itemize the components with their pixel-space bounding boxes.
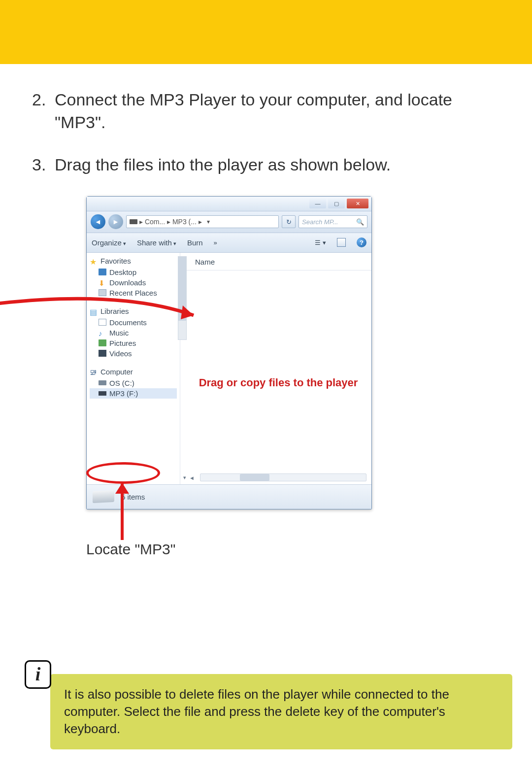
refresh-button[interactable]: ↻ [282, 215, 296, 228]
nav-item-os-c[interactable]: OS (C:) [90, 378, 177, 388]
computer-group[interactable]: 🖳Computer [90, 368, 177, 376]
svg-marker-0 [181, 305, 194, 319]
computer-icon: 🖳 [90, 368, 98, 375]
status-bar: 5 items [87, 484, 371, 509]
drive-large-icon [93, 490, 114, 503]
close-button[interactable]: ✕ [347, 199, 368, 208]
forward-button[interactable]: ► [108, 214, 123, 229]
drag-arrow-annotation [0, 295, 209, 324]
info-text: It is also possible to delete files on t… [64, 687, 449, 736]
info-icon: i [25, 660, 51, 689]
music-icon: ♪ [99, 329, 106, 336]
locate-caption: Locate "MP3" [86, 541, 175, 558]
nav-item-music[interactable]: ♪Music [90, 328, 177, 338]
drive-icon [99, 380, 106, 385]
scrollbar-thumb[interactable] [240, 474, 269, 481]
nav-item-desktop[interactable]: Desktop [90, 267, 177, 277]
videos-icon [99, 350, 106, 357]
drag-annotation-text: Drag or copy files to the player [195, 376, 362, 390]
info-note-box: i It is also possible to delete files on… [50, 674, 512, 749]
address-bar-row: ◄ ► ▸ Com... ▸ MP3 (... ▸ ▾ ↻ Search MP.… [87, 211, 371, 233]
explorer-screenshot: — ▢ ✕ ◄ ► ▸ Com... ▸ MP3 (... ▸ ▾ ↻ Sear… [86, 196, 372, 509]
address-text: ▸ Com... ▸ MP3 (... ▸ [139, 218, 202, 226]
step-number: 3. [32, 154, 55, 176]
view-options-icon[interactable]: ☰ ▾ [315, 239, 326, 246]
step-text: Drag the files into the player as shown … [55, 154, 500, 176]
nav-item-videos[interactable]: Videos [90, 348, 177, 359]
favorites-group[interactable]: ★Favorites [90, 257, 177, 265]
help-button[interactable]: ? [357, 237, 366, 247]
collapse-icon: ▾ [183, 474, 186, 481]
pictures-icon [99, 339, 106, 346]
instruction-step-2: 2. Connect the MP3 Player to your comput… [32, 89, 500, 134]
nav-item-mp3-f[interactable]: MP3 (F:) [90, 388, 177, 399]
burn-button[interactable]: Burn [187, 238, 203, 247]
share-with-button[interactable]: Share with [137, 238, 176, 247]
downloads-icon: ⬇ [99, 279, 106, 286]
search-icon: 🔍 [356, 218, 364, 226]
nav-item-pictures[interactable]: Pictures [90, 338, 177, 348]
horizontal-scrollbar[interactable] [200, 473, 366, 481]
file-list-pane[interactable]: Name Drag or copy files to the player ▾ … [180, 253, 371, 484]
search-box[interactable]: Search MP... 🔍 [299, 215, 367, 228]
star-icon: ★ [90, 257, 98, 264]
search-placeholder: Search MP... [302, 218, 338, 226]
step-text: Connect the MP3 Player to your computer,… [55, 89, 500, 134]
locate-arrow-annotation [119, 484, 126, 540]
locate-circle-annotation [86, 462, 160, 484]
desktop-icon [99, 269, 106, 275]
address-dropdown-icon[interactable]: ▾ [204, 218, 213, 225]
drive-icon [130, 219, 137, 224]
scroll-left-icon: ◄ [189, 475, 195, 481]
explorer-body: ★Favorites Desktop ⬇Downloads Recent Pla… [87, 253, 371, 484]
toolbar-overflow-icon[interactable]: » [214, 239, 217, 246]
back-button[interactable]: ◄ [91, 214, 105, 229]
instruction-step-3: 3. Drag the files into the player as sho… [32, 154, 500, 176]
toolbar: Organize Share with Burn » ☰ ▾ ? [87, 233, 371, 253]
nav-item-downloads[interactable]: ⬇Downloads [90, 277, 177, 288]
address-bar[interactable]: ▸ Com... ▸ MP3 (... ▸ ▾ [126, 215, 279, 228]
preview-pane-button[interactable] [337, 238, 346, 247]
navigation-pane: ★Favorites Desktop ⬇Downloads Recent Pla… [87, 253, 180, 484]
organize-button[interactable]: Organize [92, 238, 126, 247]
step-number: 2. [32, 89, 55, 134]
drive-icon [99, 391, 106, 396]
title-bar: — ▢ ✕ [87, 197, 371, 211]
page-header-bar [0, 0, 532, 64]
maximize-button[interactable]: ▢ [328, 199, 345, 208]
column-header-name[interactable]: Name [180, 253, 371, 270]
minimize-button[interactable]: — [309, 199, 326, 208]
content-area: 2. Connect the MP3 Player to your comput… [0, 64, 532, 509]
